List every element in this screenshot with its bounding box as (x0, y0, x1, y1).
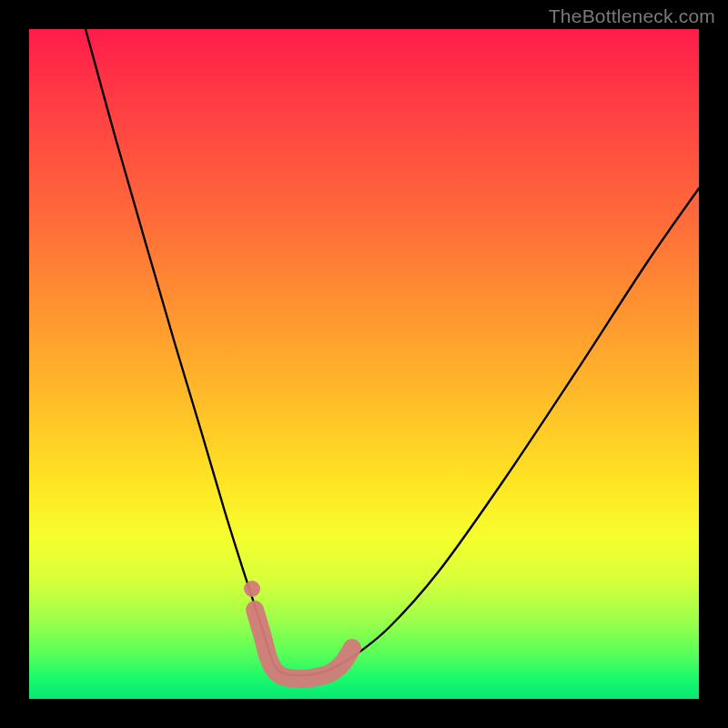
bottleneck-curve (86, 29, 699, 675)
chart-frame: TheBottleneck.com (0, 0, 728, 728)
watermark-text: TheBottleneck.com (549, 5, 715, 27)
highlight-band (255, 610, 352, 679)
plot-area (29, 29, 699, 699)
highlight-dot (244, 581, 260, 597)
curve-layer (29, 29, 699, 699)
